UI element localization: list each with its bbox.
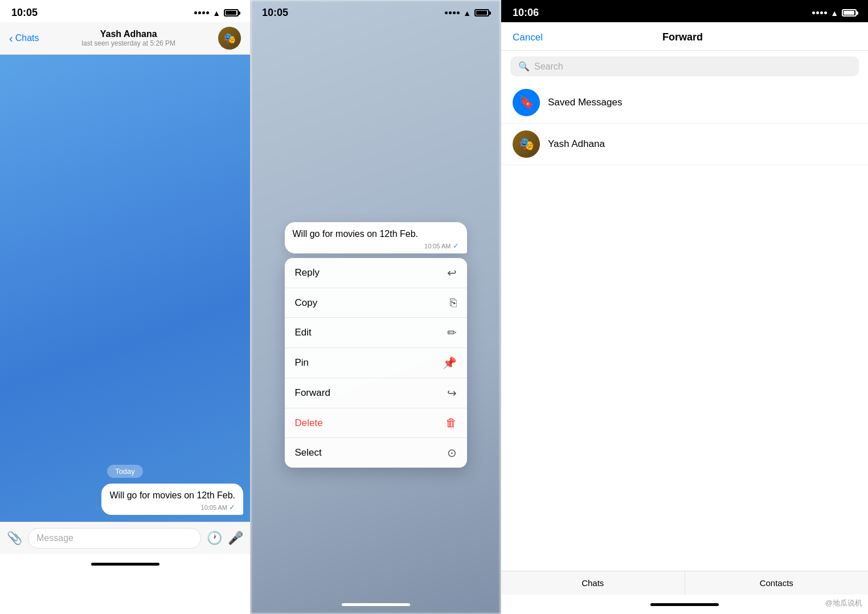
contact-name: Yash Adhana (39, 29, 218, 39)
message-input[interactable] (28, 528, 201, 548)
search-bar-container: 🔍 Search (501, 51, 868, 82)
bubble[interactable]: Will go for movies on 12th Feb. 10:05 AM… (101, 484, 243, 515)
contact-status: last seen yesterday at 5:26 PM (39, 39, 218, 47)
outgoing-message: Will go for movies on 12th Feb. 10:05 AM… (7, 484, 243, 515)
forward-title: Forward (662, 31, 703, 43)
battery-icon (224, 9, 239, 17)
context-menu-select[interactable]: Select ⊙ (285, 438, 467, 468)
chat-body: Today Will go for movies on 12th Feb. 10… (0, 55, 250, 522)
watermark: @地瓜说机 (825, 598, 862, 608)
copy-icon: ⎘ (450, 296, 457, 309)
chevron-left-icon: ‹ (9, 32, 13, 45)
bubble-meta: 10:05 AM ✓ (109, 503, 235, 511)
edit-label: Edit (295, 327, 312, 338)
status-bar-3: 10:06 ▲ (501, 0, 868, 22)
select-label: Select (295, 447, 322, 459)
cancel-button[interactable]: Cancel (513, 32, 543, 43)
context-check-icon: ✓ (453, 241, 459, 250)
signal-icon-3 (812, 11, 827, 14)
tab-contacts[interactable]: Contacts (685, 571, 869, 595)
date-badge: Today (0, 465, 250, 478)
context-menu-area: Will go for movies on 12th Feb. 10:05 AM… (285, 222, 467, 468)
sticker-icon[interactable]: 🕐 (207, 531, 222, 546)
status-icons-3: ▲ (812, 9, 857, 18)
edit-icon: ✏ (447, 326, 457, 339)
chat-header: ‹ Chats Yash Adhana last seen yesterday … (0, 22, 250, 55)
status-icons-2: ▲ (445, 9, 489, 18)
status-bar-1: 10:05 ▲ (0, 0, 250, 22)
reply-icon: ↩ (447, 266, 457, 280)
forward-icon: ↪ (447, 386, 457, 400)
attachment-icon[interactable]: 📎 (7, 531, 22, 546)
mic-icon[interactable]: 🎤 (228, 531, 243, 546)
contact-avatar[interactable]: 🎭 (218, 27, 241, 50)
forward-bottom-tabs: Chats Contacts (501, 571, 868, 595)
avatar-image: 🎭 (218, 27, 241, 50)
forward-list: 🔖 Saved Messages 🎭 Yash Adhana (501, 82, 868, 165)
bookmark-icon: 🔖 (519, 95, 534, 110)
pin-icon: 📌 (443, 356, 457, 370)
chat-header-center: Yash Adhana last seen yesterday at 5:26 … (39, 29, 218, 47)
wifi-icon-2: ▲ (463, 9, 471, 18)
delete-label: Delete (295, 417, 323, 429)
context-message-bubble: Will go for movies on 12th Feb. 10:05 AM… (285, 222, 467, 253)
signal-icon-2 (445, 11, 460, 14)
context-menu-reply[interactable]: Reply ↩ (285, 258, 467, 288)
select-icon: ⊙ (447, 446, 457, 460)
message-text: Will go for movies on 12th Feb. (109, 489, 235, 502)
search-placeholder: Search (534, 62, 563, 72)
message-time: 10:05 AM (201, 504, 227, 511)
yash-name: Yash Adhana (548, 138, 605, 150)
pin-label: Pin (295, 357, 309, 369)
yash-avatar: 🎭 (513, 130, 540, 158)
context-bubble-meta: 10:05 AM ✓ (293, 241, 459, 250)
home-indicator-3 (501, 595, 868, 614)
status-time-1: 10:05 (11, 7, 38, 19)
forward-header: Cancel Forward (501, 22, 868, 51)
context-menu: Reply ↩ Copy ⎘ Edit ✏ Pin 📌 Forward ↪ De… (285, 258, 467, 468)
context-menu-pin[interactable]: Pin 📌 (285, 348, 467, 378)
context-message-text: Will go for movies on 12th Feb. (293, 228, 459, 240)
status-time-2: 10:05 (262, 7, 288, 19)
wifi-icon-3: ▲ (830, 9, 838, 18)
search-bar[interactable]: 🔍 Search (510, 56, 859, 76)
home-bar (91, 563, 159, 566)
phone2-context-screen: 10:05 ▲ Will go for movies on 12th Feb. … (251, 0, 501, 614)
status-bar-2: 10:05 ▲ (251, 0, 501, 22)
forward-label: Forward (295, 387, 330, 399)
phone1-chat-screen: 10:05 ▲ ‹ Chats Yash Adhana last seen ye… (0, 0, 251, 614)
message-input-bar: 📎 🕐 🎤 (0, 522, 250, 554)
wifi-icon: ▲ (212, 9, 220, 18)
search-icon: 🔍 (518, 61, 530, 72)
context-menu-copy[interactable]: Copy ⎘ (285, 288, 467, 318)
home-indicator-2 (251, 595, 501, 614)
context-menu-edit[interactable]: Edit ✏ (285, 318, 467, 348)
date-badge-text: Today (107, 465, 143, 478)
home-bar-3 (650, 603, 719, 606)
copy-label: Copy (295, 297, 318, 309)
battery-icon-2 (474, 9, 489, 17)
read-check-icon: ✓ (229, 503, 235, 511)
tab-chats[interactable]: Chats (501, 571, 685, 595)
home-bar-2 (342, 603, 410, 606)
context-message-time: 10:05 AM (424, 243, 451, 249)
delete-icon: 🗑 (445, 416, 457, 429)
status-time-3: 10:06 (513, 7, 539, 19)
back-label: Chats (15, 33, 39, 43)
yash-avatar-icon: 🎭 (519, 137, 534, 152)
battery-icon-3 (842, 9, 857, 17)
forward-list-item-yash[interactable]: 🎭 Yash Adhana (501, 124, 868, 165)
signal-icon (194, 11, 209, 14)
context-menu-forward[interactable]: Forward ↪ (285, 378, 467, 408)
status-icons-1: ▲ (194, 9, 239, 18)
saved-messages-name: Saved Messages (548, 97, 622, 108)
phone3-forward-screen: 10:06 ▲ Cancel Forward 🔍 Search (501, 0, 868, 614)
reply-label: Reply (295, 267, 320, 279)
context-menu-delete[interactable]: Delete 🗑 (285, 408, 467, 438)
back-button[interactable]: ‹ Chats (9, 32, 39, 45)
saved-messages-avatar: 🔖 (513, 89, 540, 116)
forward-list-item-saved[interactable]: 🔖 Saved Messages (501, 82, 868, 124)
home-indicator-1 (0, 554, 250, 574)
